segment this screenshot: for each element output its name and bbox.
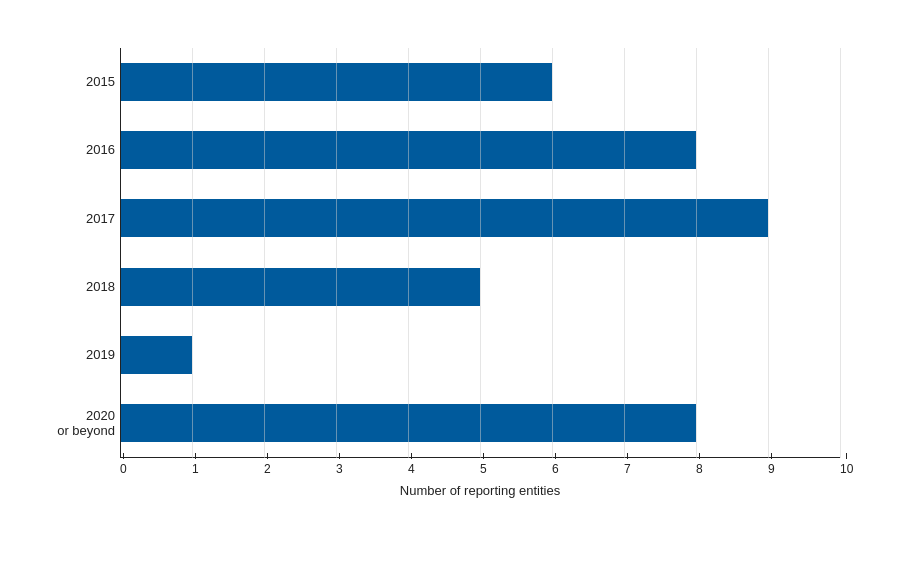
tick-line (267, 453, 268, 459)
tick-line (483, 453, 484, 459)
x-tick: 3 (336, 453, 343, 476)
gridline (552, 48, 553, 458)
tick-line (555, 453, 556, 459)
x-tick: 1 (192, 453, 199, 476)
bar-label: 2019 (30, 347, 115, 363)
gridline (336, 48, 337, 458)
tick-line (627, 453, 628, 459)
bar (120, 199, 768, 237)
tick-line (771, 453, 772, 459)
tick-line (339, 453, 340, 459)
bar-label: 2016 (30, 142, 115, 158)
gridline (624, 48, 625, 458)
tick-line (699, 453, 700, 459)
tick-label: 5 (480, 462, 487, 476)
tick-line (123, 453, 124, 459)
x-tick: 7 (624, 453, 631, 476)
gridline (264, 48, 265, 458)
tick-label: 7 (624, 462, 631, 476)
x-tick: 10 (840, 453, 853, 476)
chart-area: 201520162017201820192020or beyond 012345… (120, 48, 840, 498)
tick-label: 4 (408, 462, 415, 476)
gridline (840, 48, 841, 458)
bar-label: 2018 (30, 279, 115, 295)
x-tick: 9 (768, 453, 775, 476)
x-tick: 5 (480, 453, 487, 476)
tick-label: 8 (696, 462, 703, 476)
tick-label: 9 (768, 462, 775, 476)
tick-label: 1 (192, 462, 199, 476)
gridline (768, 48, 769, 458)
gridline (480, 48, 481, 458)
gridline (696, 48, 697, 458)
x-tick: 6 (552, 453, 559, 476)
tick-label: 3 (336, 462, 343, 476)
x-tick: 2 (264, 453, 271, 476)
bar (120, 268, 480, 306)
x-tick: 0 (120, 453, 127, 476)
x-tick: 8 (696, 453, 703, 476)
y-axis (120, 48, 121, 458)
x-axis-label: Number of reporting entities (120, 483, 840, 498)
tick-label: 0 (120, 462, 127, 476)
gridline (192, 48, 193, 458)
bar (120, 336, 192, 374)
bar-label: 2020or beyond (30, 408, 115, 439)
chart-container: 201520162017201820192020or beyond 012345… (20, 18, 880, 558)
x-tick: 4 (408, 453, 415, 476)
tick-line (411, 453, 412, 459)
bar-label: 2017 (30, 211, 115, 227)
tick-label: 2 (264, 462, 271, 476)
tick-label: 10 (840, 462, 853, 476)
bar-label: 2015 (30, 74, 115, 90)
tick-label: 6 (552, 462, 559, 476)
gridline (408, 48, 409, 458)
tick-line (195, 453, 196, 459)
tick-line (846, 453, 847, 459)
